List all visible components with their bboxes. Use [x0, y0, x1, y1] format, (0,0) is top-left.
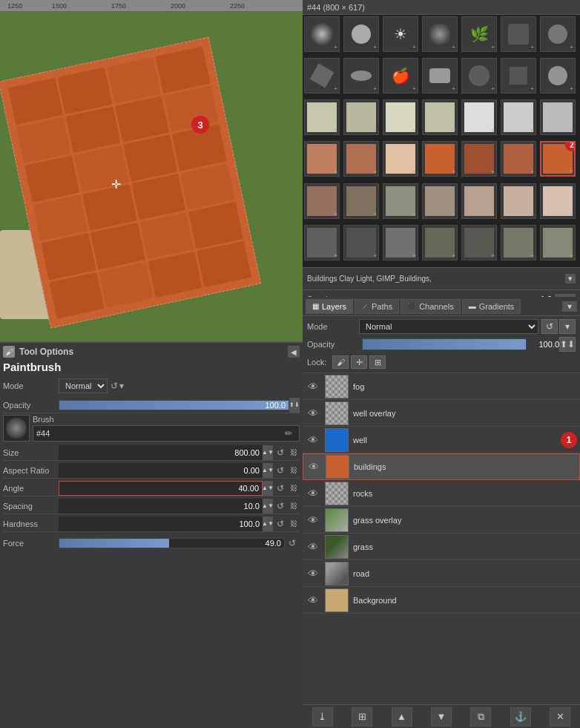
preset-item[interactable]: + — [501, 225, 536, 260]
preset-item[interactable]: 🌿+ — [461, 16, 497, 52]
preset-item[interactable]: + — [304, 58, 340, 94]
tab-layers[interactable]: ▦ Layers — [306, 299, 353, 314]
preset-item[interactable]: + — [540, 225, 576, 260]
layer-eye-well-overlay[interactable]: 👁 — [306, 406, 320, 421]
layer-item-well[interactable]: 👁 well 1 — [303, 427, 580, 453]
new-layer-btn[interactable]: ⊞ — [352, 707, 372, 727]
layer-up-btn[interactable]: ▲ — [392, 707, 412, 727]
angle-spinner[interactable]: ▲▼ — [263, 481, 273, 496]
layer-eye-road[interactable]: 👁 — [306, 566, 320, 581]
hardness-value-box[interactable]: 100.0 — [59, 517, 263, 531]
opacity-ctrl-track[interactable] — [362, 338, 527, 350]
preset-item[interactable]: + — [343, 58, 379, 94]
mode-select[interactable]: Normal — [59, 378, 108, 393]
delete-layer-btn[interactable]: ✕ — [550, 707, 570, 727]
layer-item-grass[interactable]: 👁 grass — [303, 534, 580, 560]
spacing-reset[interactable]: ↺ — [273, 499, 288, 514]
preset-item[interactable]: + — [461, 141, 497, 177]
preset-item[interactable]: + — [304, 16, 340, 52]
preset-item[interactable]: + — [304, 99, 340, 135]
spacing-value-box[interactable]: 10.0 — [59, 499, 263, 514]
preset-grid[interactable]: + + ☀+ + 🌿+ + + + + 🍎+ + + + + + + + + +… — [303, 15, 580, 267]
size-value-box[interactable]: 800.00 — [59, 445, 263, 460]
preset-item[interactable]: + — [343, 141, 379, 177]
mode-ctrl-down[interactable]: ▾ — [559, 319, 576, 334]
layer-item-rocks[interactable]: 👁 rocks — [303, 480, 580, 507]
layer-eye-background[interactable]: 👁 — [306, 593, 320, 608]
preset-item[interactable]: + — [304, 183, 340, 219]
aspect-reset[interactable]: ↺ — [273, 463, 288, 478]
preset-item[interactable]: + — [422, 58, 458, 94]
preset-item[interactable]: + — [461, 58, 497, 94]
size-spinner[interactable]: ▲▼ — [263, 445, 273, 460]
preset-item[interactable]: + — [461, 225, 497, 260]
preset-item[interactable]: + — [501, 16, 536, 52]
preset-item[interactable]: + — [422, 225, 458, 260]
opacity-ctrl-spinner[interactable]: ⬆⬇ — [559, 337, 576, 352]
tab-paths[interactable]: ⟋ Paths — [355, 299, 399, 314]
preset-item[interactable]: + — [343, 183, 379, 219]
brush-preview[interactable] — [3, 415, 30, 442]
preset-item[interactable]: + — [383, 225, 418, 260]
layer-item-buildings[interactable]: 👁 buildings — [303, 453, 580, 480]
preset-item[interactable]: + — [343, 99, 379, 135]
canvas-image[interactable]: ✛ 3 — [0, 12, 303, 341]
preset-item[interactable]: + — [304, 141, 340, 177]
preset-item[interactable]: + — [383, 99, 418, 135]
size-reset[interactable]: ↺ — [273, 445, 288, 460]
layers-menu-btn[interactable]: ▾ — [562, 301, 577, 312]
layer-item-grass-overlay[interactable]: 👁 grass overlay — [303, 507, 580, 534]
hardness-spinner[interactable]: ▲▼ — [263, 517, 273, 531]
new-layer-from-visible-btn[interactable]: ⤓ — [312, 707, 333, 727]
preset-item[interactable]: + — [540, 16, 576, 52]
preset-item[interactable]: + — [461, 99, 497, 135]
force-slider[interactable]: 49.0 — [59, 538, 285, 548]
layer-item-background[interactable]: 👁 Background — [303, 587, 580, 614]
preset-item[interactable]: + — [422, 141, 458, 177]
layer-item-road[interactable]: 👁 road — [303, 560, 580, 587]
mode-ctrl-reset[interactable]: ↺ — [541, 319, 558, 334]
angle-value-box[interactable]: 40.00 — [59, 481, 263, 496]
spacing-spinner-up[interactable]: ▲ — [555, 294, 565, 298]
mode-ctrl-select[interactable]: Normal — [359, 319, 538, 334]
spacing-chain[interactable]: ⛓ — [288, 499, 300, 514]
layer-eye-grass[interactable]: 👁 — [306, 540, 320, 554]
force-reset[interactable]: ↺ — [285, 536, 300, 551]
collapse-button[interactable]: ◀ — [288, 346, 300, 358]
preset-item[interactable]: + — [383, 141, 418, 177]
lock-paint-btn[interactable]: 🖌 — [332, 355, 349, 369]
hardness-chain[interactable]: ⛓ — [288, 517, 300, 531]
opacity-spinner[interactable]: ⬆⬇ — [289, 398, 300, 413]
layer-eye-buildings[interactable]: 👁 — [306, 459, 321, 474]
aspect-chain[interactable]: ⛓ — [288, 463, 300, 478]
angle-chain[interactable]: ⛓ — [288, 481, 300, 496]
preset-item[interactable]: + — [422, 183, 458, 219]
preset-item[interactable]: 🍎+ — [383, 58, 418, 94]
size-chain[interactable]: ⛓ — [288, 445, 300, 460]
mode-prev-btn[interactable]: ↺ — [111, 381, 118, 391]
preset-item[interactable]: + — [422, 99, 458, 135]
hardness-reset[interactable]: ↺ — [273, 517, 288, 531]
layers-list[interactable]: 👁 fog 👁 well overlay 👁 wel — [303, 373, 580, 704]
preset-item[interactable]: ☀+ — [383, 16, 418, 52]
layer-item-well-overlay[interactable]: 👁 well overlay — [303, 400, 580, 427]
preset-item[interactable]: + — [383, 183, 418, 219]
mode-next-btn[interactable]: ▾ — [119, 381, 124, 391]
layer-down-btn[interactable]: ▼ — [431, 707, 452, 727]
brush-name-dropdown[interactable]: ▾ — [565, 274, 576, 283]
preset-item[interactable]: + — [461, 183, 497, 219]
aspect-spinner[interactable]: ▲▼ — [263, 463, 273, 478]
lock-alpha-btn[interactable]: ⊞ — [369, 355, 386, 369]
lock-position-btn[interactable]: ✛ — [351, 355, 367, 369]
preset-item[interactable]: + — [343, 225, 379, 260]
anchor-layer-btn[interactable]: ⚓ — [510, 707, 531, 727]
preset-item[interactable]: + — [501, 99, 536, 135]
preset-item[interactable]: + — [343, 16, 379, 52]
preset-item[interactable]: + — [501, 141, 536, 177]
duplicate-layer-btn[interactable]: ⧉ — [470, 707, 491, 727]
aspect-value-box[interactable]: 0.00 — [59, 463, 263, 478]
layer-eye-well[interactable]: 👁 — [306, 433, 320, 447]
preset-item[interactable]: + — [304, 225, 340, 260]
spacing-spinner[interactable]: ▲▼ — [263, 499, 273, 514]
layer-item-fog[interactable]: 👁 fog — [303, 373, 580, 400]
